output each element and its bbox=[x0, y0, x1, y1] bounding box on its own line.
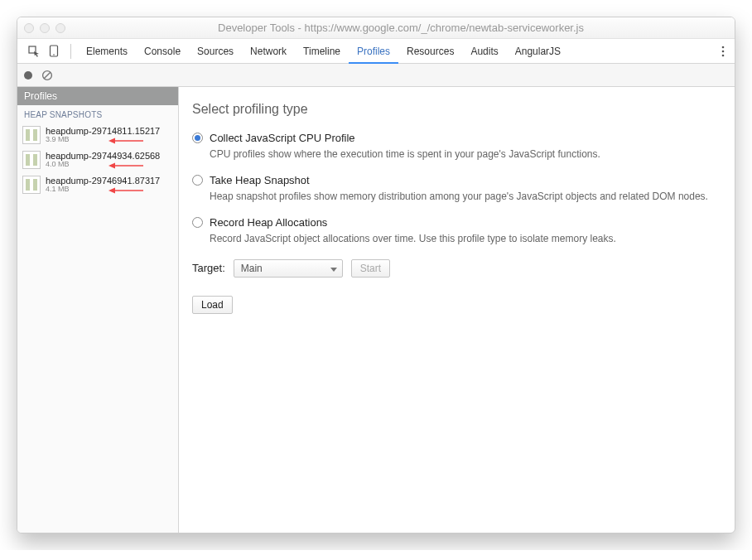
svg-point-3 bbox=[722, 46, 725, 49]
svg-point-2 bbox=[53, 54, 55, 56]
svg-point-4 bbox=[722, 51, 725, 53]
radio-icon[interactable] bbox=[192, 133, 203, 143]
snapshot-item[interactable]: heapdump-29714811.15217 3.9 MB bbox=[17, 123, 178, 147]
option-label: Record Heap Allocations bbox=[210, 216, 327, 229]
window-title-prefix: Developer Tools - bbox=[218, 22, 305, 34]
svg-point-5 bbox=[722, 55, 725, 57]
tab-console[interactable]: Console bbox=[136, 39, 189, 64]
tab-angularjs[interactable]: AngularJS bbox=[507, 39, 569, 64]
snapshot-item[interactable]: heapdump-29746941.87317 4.1 MB bbox=[17, 172, 178, 197]
target-row: Target: Main Start bbox=[192, 259, 721, 278]
profile-option-cpu[interactable]: Collect JavaScript CPU Profile bbox=[192, 132, 721, 144]
option-desc: Heap snapshot profiles show memory distr… bbox=[210, 190, 721, 203]
tab-profiles[interactable]: Profiles bbox=[349, 39, 398, 64]
separator bbox=[70, 44, 71, 59]
target-select[interactable]: Main bbox=[234, 259, 343, 278]
minimize-icon[interactable] bbox=[40, 23, 50, 33]
window-title: Developer Tools - https://www.google.com… bbox=[74, 22, 728, 34]
snapshot-item[interactable]: heapdump-29744934.62568 4.0 MB bbox=[17, 147, 178, 172]
option-desc: Record JavaScript object allocations ove… bbox=[210, 232, 721, 245]
target-label: Target: bbox=[192, 262, 225, 274]
select-element-icon[interactable] bbox=[27, 45, 41, 58]
load-button[interactable]: Load bbox=[192, 296, 233, 314]
svg-line-7 bbox=[44, 72, 51, 79]
annotation-arrow-icon bbox=[108, 157, 143, 172]
annotation-arrow-icon bbox=[108, 182, 143, 197]
zoom-icon[interactable] bbox=[55, 23, 65, 33]
tab-resources[interactable]: Resources bbox=[398, 39, 462, 64]
record-icon[interactable] bbox=[24, 71, 32, 80]
toolbar-left-icons bbox=[22, 45, 65, 58]
sidebar-section-heap-snapshots: HEAP SNAPSHOTS bbox=[17, 105, 178, 123]
devtools-window: Developer Tools - https://www.google.com… bbox=[17, 17, 735, 533]
clear-icon[interactable] bbox=[41, 69, 54, 82]
tab-network[interactable]: Network bbox=[242, 39, 295, 64]
profiles-subbar bbox=[17, 64, 735, 87]
profiles-main: Select profiling type Collect JavaScript… bbox=[179, 87, 735, 533]
snapshot-icon bbox=[22, 176, 41, 194]
more-icon[interactable] bbox=[716, 45, 730, 58]
chevron-down-icon bbox=[330, 263, 337, 274]
snapshot-icon bbox=[22, 151, 41, 169]
tabs: Elements Console Sources Network Timelin… bbox=[78, 39, 569, 64]
page-heading: Select profiling type bbox=[192, 102, 721, 117]
snapshot-icon bbox=[22, 126, 41, 144]
option-desc: CPU profiles show where the execution ti… bbox=[210, 147, 721, 161]
traffic-lights bbox=[24, 23, 65, 33]
profiles-sidebar: Profiles HEAP SNAPSHOTS heapdump-2971481… bbox=[17, 87, 179, 533]
option-label: Take Heap Snapshot bbox=[210, 174, 310, 186]
profile-option-heap-snapshot[interactable]: Take Heap Snapshot bbox=[192, 174, 721, 186]
window-title-url: https://www.google.com/_/chrome/newtab-s… bbox=[305, 22, 584, 34]
device-toggle-icon[interactable] bbox=[47, 45, 60, 58]
profile-option-heap-alloc[interactable]: Record Heap Allocations bbox=[192, 216, 721, 229]
content-body: Profiles HEAP SNAPSHOTS heapdump-2971481… bbox=[17, 87, 735, 533]
close-icon[interactable] bbox=[24, 23, 34, 33]
tab-timeline[interactable]: Timeline bbox=[295, 39, 349, 64]
titlebar: Developer Tools - https://www.google.com… bbox=[17, 17, 735, 39]
annotation-arrow-icon bbox=[108, 133, 143, 147]
radio-icon[interactable] bbox=[192, 217, 203, 228]
sidebar-header: Profiles bbox=[17, 87, 178, 105]
start-button[interactable]: Start bbox=[351, 259, 390, 278]
target-value: Main bbox=[241, 263, 263, 274]
tab-audits[interactable]: Audits bbox=[462, 39, 506, 64]
option-label: Collect JavaScript CPU Profile bbox=[210, 132, 355, 144]
tab-elements[interactable]: Elements bbox=[78, 39, 136, 64]
tab-sources[interactable]: Sources bbox=[189, 39, 242, 64]
radio-icon[interactable] bbox=[192, 175, 203, 186]
devtools-tabbar: Elements Console Sources Network Timelin… bbox=[17, 39, 735, 64]
